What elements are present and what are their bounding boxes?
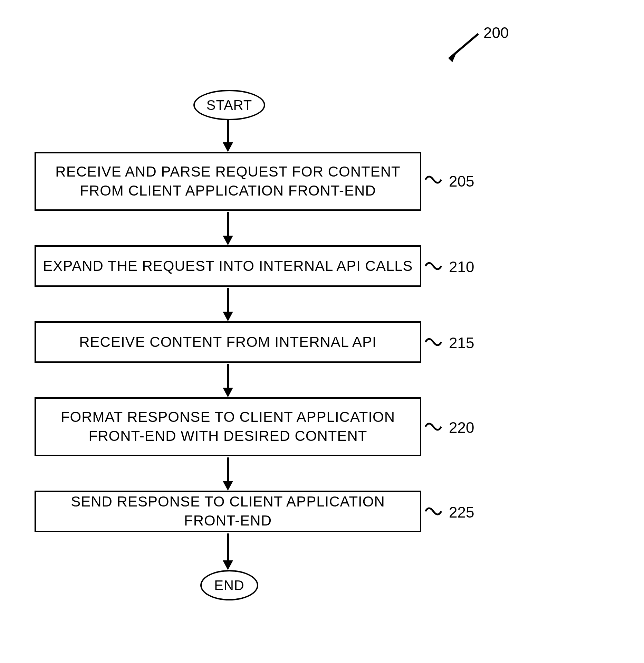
step-text-205: RECEIVE AND PARSE REQUEST FOR CONTENT FR… xyxy=(43,162,413,200)
step-box-225: SEND RESPONSE TO CLIENT APPLICATION FRON… xyxy=(35,491,421,532)
step-box-220: FORMAT RESPONSE TO CLIENT APPLICATION FR… xyxy=(35,397,421,456)
step-ref-210: 210 xyxy=(449,258,474,276)
end-label: END xyxy=(214,578,244,593)
step-ref-215: 215 xyxy=(449,334,474,352)
step-text-220: FORMAT RESPONSE TO CLIENT APPLICATION FR… xyxy=(43,408,413,445)
step-box-215: RECEIVE CONTENT FROM INTERNAL API xyxy=(35,321,421,363)
svg-marker-1 xyxy=(449,50,458,62)
figure-ref-arrow-icon xyxy=(439,31,483,66)
ref-connector-icon xyxy=(425,335,442,349)
ref-connector-icon xyxy=(425,173,442,187)
step-ref-205: 205 xyxy=(449,173,474,190)
flowchart-canvas: 200 START RECEIVE AND PARSE REQUEST FOR … xyxy=(0,0,644,663)
step-box-210: EXPAND THE REQUEST INTO INTERNAL API CAL… xyxy=(35,245,421,287)
start-terminal: START xyxy=(193,90,265,120)
ref-connector-icon xyxy=(425,420,442,434)
start-label: START xyxy=(206,97,252,113)
step-text-215: RECEIVE CONTENT FROM INTERNAL API xyxy=(79,333,376,352)
ref-connector-icon xyxy=(425,504,442,518)
step-text-225: SEND RESPONSE TO CLIENT APPLICATION FRON… xyxy=(43,492,413,530)
end-terminal: END xyxy=(200,570,258,600)
ref-connector-icon xyxy=(425,259,442,273)
figure-ref-label: 200 xyxy=(483,24,509,41)
step-box-205: RECEIVE AND PARSE REQUEST FOR CONTENT FR… xyxy=(35,152,421,211)
step-text-210: EXPAND THE REQUEST INTO INTERNAL API CAL… xyxy=(43,257,413,276)
step-ref-225: 225 xyxy=(449,504,474,521)
step-ref-220: 220 xyxy=(449,419,474,436)
